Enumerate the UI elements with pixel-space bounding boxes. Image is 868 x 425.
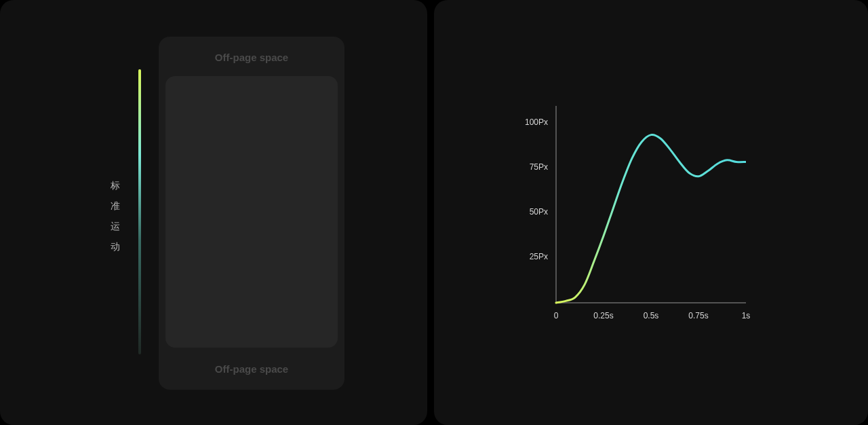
device-frame: Off-page space Off-page space xyxy=(159,37,344,390)
y-tick-label: 100Px xyxy=(514,117,548,127)
chart-svg xyxy=(542,106,746,330)
vertical-label-char: 动 xyxy=(111,236,121,257)
vertical-label-char: 准 xyxy=(111,196,121,216)
offpage-label-top: Off-page space xyxy=(159,52,344,63)
x-tick-label: 1s xyxy=(732,311,760,320)
offpage-label-bottom: Off-page space xyxy=(159,363,344,375)
y-tick-label: 50Px xyxy=(514,207,548,217)
y-tick-label: 75Px xyxy=(514,162,548,172)
vertical-label: 标 准 运 动 xyxy=(111,175,121,257)
x-tick-label: 0.75s xyxy=(685,311,712,320)
page-card xyxy=(165,76,338,348)
y-tick-label: 25Px xyxy=(514,252,548,261)
x-tick-label: 0 xyxy=(542,311,570,320)
x-tick-label: 0.5s xyxy=(637,311,665,320)
easing-curve xyxy=(556,134,746,303)
x-tick-label: 0.25s xyxy=(590,311,617,320)
panel-motion-preview: 标 准 运 动 Off-page space Off-page space xyxy=(0,0,427,425)
gradient-bar xyxy=(138,69,141,354)
panel-easing-chart: 100Px 75Px 50Px 25Px 0 0.25s 0.5s 0.75s … xyxy=(434,0,868,425)
easing-chart: 100Px 75Px 50Px 25Px 0 0.25s 0.5s 0.75s … xyxy=(542,106,746,330)
vertical-label-char: 运 xyxy=(111,216,121,236)
vertical-label-char: 标 xyxy=(111,175,121,196)
